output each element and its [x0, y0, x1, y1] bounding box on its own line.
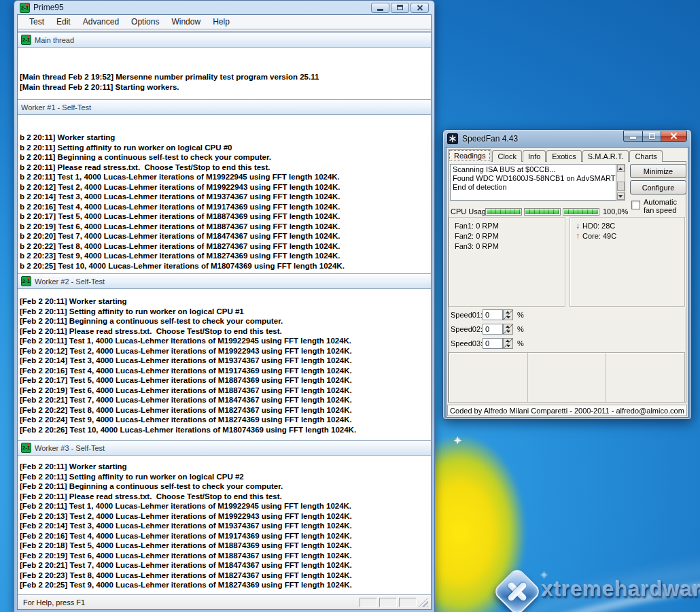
- arrow-up-icon: [618, 167, 623, 170]
- close-button[interactable]: [410, 3, 429, 13]
- tab-clock[interactable]: Clock: [492, 150, 522, 162]
- temperature-readings-panel: ↓ HD0: 28C ↑ Core: 49C: [570, 217, 685, 307]
- main-thread-log[interactable]: [Main thread Feb 2 19:52] Mersenne numbe…: [18, 48, 431, 99]
- worker2-titlebar[interactable]: 2-1 Worker #2 - Self-Test: [18, 274, 431, 289]
- scrollbar-thumb[interactable]: [617, 182, 625, 191]
- xtremehardware-logo-icon: [492, 566, 542, 612]
- tab-smart[interactable]: S.M.A.R.T.: [582, 150, 629, 162]
- log-line: [Feb 2 20:11] Please read stress.txt. Ch…: [20, 492, 431, 502]
- speed01-input[interactable]: 0: [483, 309, 503, 320]
- worker1-titlebar[interactable]: Worker #1 - Self-Test: [18, 100, 431, 115]
- menu-test[interactable]: Test: [23, 16, 50, 28]
- worker1-log[interactable]: b 2 20:11] Worker startingb 2 20:11] Set…: [18, 115, 431, 273]
- mdi-area: 2-1 Main thread [Main thread Feb 2 19:52…: [18, 33, 431, 594]
- status-pane: [360, 598, 377, 607]
- tab-charts[interactable]: Charts: [629, 150, 662, 162]
- automatic-fan-speed-checkbox[interactable]: [631, 201, 640, 209]
- log-line: b 2 20:11] Beginning a continuous self-t…: [20, 152, 431, 163]
- log-line: b 2 20:11] Test 1, 4000 Lucas-Lehmer ite…: [20, 172, 431, 182]
- wallpaper-sparkle: [454, 437, 461, 444]
- log-line: [Main thread Feb 2 20:11] Starting worke…: [20, 82, 431, 92]
- worker1-window: Worker #1 - Self-Test b 2 20:11] Worker …: [18, 99, 431, 273]
- log-line: b 2 20:11] Worker starting: [20, 133, 431, 143]
- menu-help[interactable]: Help: [207, 16, 236, 28]
- log-line: [Feb 2 20:13] Test 2, 4000 Lucas-Lehmer …: [20, 511, 431, 522]
- speed02-input[interactable]: 0: [483, 324, 503, 335]
- log-line: b 2 20:14] Test 3, 4000 Lucas-Lehmer ite…: [20, 192, 431, 202]
- panel-column: [606, 353, 684, 402]
- log-line: Scanning ISA BUS at $0CCB...: [453, 165, 614, 174]
- main-thread-title: Main thread: [35, 36, 74, 44]
- scroll-up-button[interactable]: [617, 165, 625, 172]
- speed03-input[interactable]: 0: [483, 338, 503, 349]
- menu-edit[interactable]: Edit: [50, 16, 77, 28]
- tab-exotics[interactable]: Exotics: [546, 150, 581, 162]
- log-line: [Feb 2 20:11] Test 1, 4000 Lucas-Lehmer …: [20, 501, 431, 511]
- close-icon: [417, 5, 423, 11]
- main-thread-window: 2-1 Main thread [Main thread Feb 2 19:52…: [18, 33, 431, 99]
- detection-log[interactable]: Scanning ISA BUS at $0CCB...Found WDC WD…: [450, 164, 616, 201]
- speed01-spinner[interactable]: [503, 309, 513, 320]
- log-line: b 2 20:20] Test 7, 4000 Lucas-Lehmer ite…: [20, 231, 431, 241]
- speed02-label: Speed02:: [451, 325, 483, 333]
- cpu-usage-percent: 100,0%: [603, 207, 628, 216]
- arrow-down-icon: [618, 195, 623, 198]
- log-line: b 2 20:11] Setting affinity to run worke…: [20, 143, 431, 153]
- menu-options[interactable]: Options: [125, 16, 165, 28]
- speed03-spinner[interactable]: [503, 338, 513, 349]
- speedfan-statusbar: Coded by Alfredo Milani Comparetti - 200…: [447, 405, 687, 416]
- speed03-row: Speed03: 0 %: [451, 338, 524, 349]
- prime95-icon: 2-1: [21, 276, 31, 286]
- log-line: b 2 20:12] Test 2, 4000 Lucas-Lehmer ite…: [20, 182, 431, 192]
- tab-info[interactable]: Info: [523, 150, 546, 162]
- log-line: [Feb 2 20:19] Test 6, 4000 Lucas-Lehmer …: [20, 386, 431, 396]
- speedfan-titlebar[interactable]: SpeedFan 4.43: [446, 131, 688, 147]
- minimize-button[interactable]: [371, 3, 389, 13]
- log-line: b 2 20:19] Test 6, 4000 Lucas-Lehmer ite…: [20, 222, 431, 232]
- worker2-log[interactable]: [Feb 2 20:11] Worker starting[Feb 2 20:1…: [18, 289, 431, 440]
- menu-advanced[interactable]: Advanced: [77, 16, 125, 28]
- scroll-down-button[interactable]: [617, 192, 625, 200]
- worker3-window: 2-1 Worker #3 - Self-Test [Feb 2 20:11] …: [18, 440, 431, 594]
- log-line: [Feb 2 20:14] Test 3, 4000 Lucas-Lehmer …: [20, 356, 431, 366]
- log-line: b 2 20:25] Test 10, 4000 Lucas-Lehmer it…: [20, 261, 431, 271]
- speed03-unit: %: [517, 339, 524, 347]
- prime95-titlebar[interactable]: 2-1 Prime95: [17, 1, 432, 14]
- status-pane: [379, 598, 397, 607]
- log-line: [Feb 2 20:11] Test 1, 4000 Lucas-Lehmer …: [20, 336, 431, 346]
- main-thread-titlebar[interactable]: 2-1 Main thread: [18, 33, 431, 48]
- automatic-fan-speed-label: Automatic fan speed: [644, 198, 687, 214]
- speed02-spinner[interactable]: [503, 324, 513, 335]
- log-line: [Feb 2 20:21] Test 7, 4000 Lucas-Lehmer …: [20, 560, 431, 571]
- tab-readings[interactable]: Readings: [448, 149, 491, 162]
- worker2-window: 2-1 Worker #2 - Self-Test [Feb 2 20:11] …: [18, 273, 431, 440]
- speed02-row: Speed02: 0 %: [451, 324, 524, 335]
- fan-reading: Fan2: 0 RPM: [455, 231, 565, 241]
- log-line: [Feb 2 20:19] Test 6, 4000 Lucas-Lehmer …: [20, 551, 431, 561]
- panel-column: [449, 353, 528, 402]
- temp-row-hd0: ↓ HD0: 28C: [576, 221, 684, 231]
- resize-grip[interactable]: [419, 598, 428, 607]
- maximize-button[interactable]: [391, 3, 409, 13]
- cpu-usage-label: CPU Usage: [451, 207, 490, 216]
- prime95-statusbar: For Help, press F1: [18, 594, 431, 609]
- worker3-log[interactable]: [Feb 2 20:11] Worker starting[Feb 2 20:1…: [18, 456, 431, 594]
- configure-button[interactable]: Configure: [630, 180, 686, 194]
- log-line: [Feb 2 20:21] Test 7, 4000 Lucas-Lehmer …: [20, 395, 431, 405]
- speedfan-window-title: SpeedFan 4.43: [462, 134, 518, 143]
- maximize-button[interactable]: [642, 131, 661, 142]
- minimize-icon: [630, 137, 636, 139]
- minimize-button[interactable]: [623, 131, 642, 142]
- temp-row-core: ↑ Core: 49C: [576, 231, 684, 241]
- minimize-app-button[interactable]: Minimize: [630, 164, 686, 178]
- menu-window[interactable]: Window: [165, 16, 207, 28]
- prime95-icon: 2-1: [21, 35, 31, 45]
- worker3-titlebar[interactable]: 2-1 Worker #3 - Self-Test: [18, 441, 431, 456]
- maximize-icon: [649, 133, 655, 139]
- cpu-usage-bar-2: [524, 208, 561, 216]
- speed01-row: Speed01: 0 %: [451, 309, 524, 320]
- close-button[interactable]: [661, 131, 687, 142]
- empty-chart-panel: [449, 352, 685, 403]
- speedfan-window: SpeedFan 4.43 Readings Clock Info Exotic…: [442, 129, 692, 420]
- log-scrollbar[interactable]: [616, 164, 625, 201]
